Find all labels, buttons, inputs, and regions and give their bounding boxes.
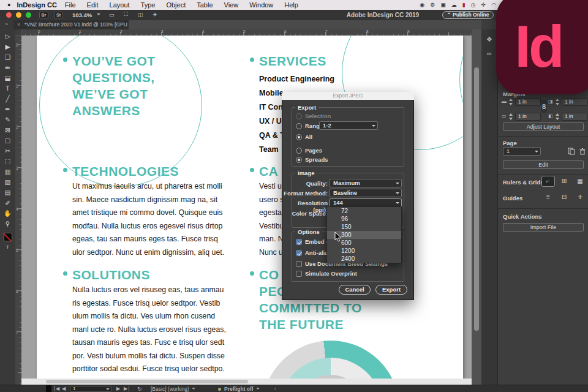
range-radio[interactable]: [296, 123, 302, 129]
margin-right-input[interactable]: 1 in: [562, 98, 587, 106]
battery-icon[interactable]: ▮: [462, 2, 466, 8]
add-page-icon[interactable]: [568, 148, 575, 155]
publish-online-button[interactable]: ⌃ Publish Online: [442, 11, 494, 19]
scissors-tool-icon[interactable]: ✂: [5, 146, 10, 156]
eyedropper-tool-icon[interactable]: ✐: [5, 198, 10, 208]
stepper-icon[interactable]: [508, 113, 513, 121]
menu-item[interactable]: View: [219, 1, 244, 9]
resolution-select[interactable]: 144: [330, 198, 402, 207]
delete-page-trash-icon[interactable]: [579, 148, 586, 155]
share-icon[interactable]: ✈: [153, 12, 157, 18]
note-tool-icon[interactable]: ▤: [5, 187, 11, 198]
horizontal-ruler[interactable]: 0123456789: [21, 29, 472, 36]
selection-radio[interactable]: [296, 113, 302, 119]
stepper-icon[interactable]: [555, 113, 560, 121]
close-tab-icon[interactable]: ×: [17, 20, 20, 29]
document-grid-icon[interactable]: ▦: [574, 176, 586, 186]
pencil-tool-icon[interactable]: ✎: [5, 115, 10, 125]
menu-item[interactable]: Layout: [104, 1, 135, 9]
preflight-profile-select[interactable]: [Basic] (working): [151, 386, 195, 392]
pen-tool-icon[interactable]: ✒: [5, 104, 10, 115]
first-page-button[interactable]: ◀: [54, 386, 59, 391]
arrange-documents-icon[interactable]: ◫: [138, 12, 143, 18]
margin-right-field[interactable]: ◨ 1 in: [548, 98, 588, 106]
simulate-overprint-checkbox[interactable]: [296, 271, 302, 277]
bridge-icon[interactable]: Br: [39, 12, 48, 18]
import-file-button[interactable]: Import File: [503, 223, 584, 232]
pages-radio[interactable]: [296, 148, 302, 154]
format-method-select[interactable]: Baseline: [330, 189, 402, 197]
stock-icon[interactable]: St: [54, 12, 63, 18]
dropdown-option[interactable]: 150: [327, 223, 401, 231]
baseline-grid-icon[interactable]: ⊞: [558, 176, 570, 186]
gradient-feather-tool-icon[interactable]: ▨: [5, 177, 11, 187]
cloud-icon[interactable]: ☁: [451, 2, 457, 8]
minimize-window-button[interactable]: [16, 12, 21, 18]
all-radio[interactable]: [296, 134, 302, 140]
dropdown-option[interactable]: 96: [327, 215, 401, 223]
next-page-button[interactable]: ▶: [116, 386, 120, 391]
vertical-scrollbar-thumb[interactable]: [474, 67, 479, 331]
ruler-origin-icon[interactable]: ⌐: [542, 176, 554, 186]
cc-libraries-icon[interactable]: ∞: [481, 50, 497, 57]
move-icon[interactable]: ✛: [481, 2, 486, 8]
last-page-button[interactable]: ▶: [124, 386, 129, 391]
margin-left-field[interactable]: ◧ 1 in: [548, 113, 588, 121]
clock-icon[interactable]: ◷: [471, 2, 476, 8]
vertical-ruler[interactable]: 01234567: [15, 36, 21, 385]
hand-tool-icon[interactable]: ✋: [4, 208, 12, 219]
free-transform-tool-icon[interactable]: ⬚: [5, 156, 11, 167]
frame-tool-icon[interactable]: ⊠: [5, 125, 10, 135]
range-select[interactable]: 1-2: [319, 121, 378, 130]
type-tool-icon[interactable]: T: [6, 83, 9, 94]
export-button[interactable]: Export: [375, 285, 407, 295]
selection-tool-icon[interactable]: ▷: [5, 31, 10, 42]
menu-item[interactable]: Object: [160, 1, 191, 9]
zoom-tool-icon[interactable]: ⚲: [6, 219, 10, 229]
margin-bottom-field[interactable]: ▭ 1 in: [502, 113, 542, 121]
content-collector-tool-icon[interactable]: ⬓: [5, 73, 11, 83]
fill-stroke-swatch[interactable]: [4, 233, 12, 241]
smart-guides-icon[interactable]: ✛: [574, 192, 586, 202]
embed-color-profile-checkbox[interactable]: [296, 239, 302, 245]
preflight-menu[interactable]: Preflight off: [224, 386, 260, 392]
zoom-level-control[interactable]: 103.4%: [72, 12, 100, 18]
lock-guides-icon[interactable]: ⊟: [558, 192, 570, 202]
page-tool-icon[interactable]: ❏: [5, 52, 10, 62]
menu-item[interactable]: Help: [279, 1, 304, 9]
dropdown-option[interactable]: 72: [327, 207, 401, 215]
scroll-left-icon[interactable]: ‹: [274, 386, 276, 391]
cancel-button[interactable]: Cancel: [339, 285, 371, 295]
menu-item[interactable]: File: [59, 1, 81, 9]
anti-alias-checkbox[interactable]: [296, 250, 302, 256]
wifi-icon[interactable]: ◠: [491, 2, 496, 8]
spreads-radio[interactable]: [296, 157, 302, 163]
margin-bottom-input[interactable]: 1 in: [515, 113, 541, 121]
margin-top-input[interactable]: 1 in: [515, 98, 541, 106]
direct-selection-tool-icon[interactable]: ▶: [5, 42, 10, 52]
properties-panel-icon[interactable]: ❖: [481, 36, 497, 43]
quality-select[interactable]: Maximum: [330, 179, 402, 187]
page-number-box[interactable]: 1: [70, 386, 111, 392]
previous-page-button[interactable]: ◀: [62, 386, 66, 391]
use-document-bleed-checkbox[interactable]: [296, 261, 302, 267]
menu-item[interactable]: Type: [135, 1, 161, 9]
margin-left-input[interactable]: 1 in: [562, 113, 587, 121]
gap-tool-icon[interactable]: ⇹: [5, 62, 10, 73]
dropdown-option[interactable]: 2400: [327, 255, 401, 263]
close-window-button[interactable]: [6, 12, 12, 18]
view-options-icon[interactable]: ▭: [109, 12, 115, 18]
page-number-select[interactable]: 1: [503, 147, 541, 156]
ruler-origin-box[interactable]: [15, 29, 21, 36]
menu-item[interactable]: Window: [244, 1, 279, 9]
menu-app-name[interactable]: InDesign CC: [17, 1, 56, 9]
gradient-tool-icon[interactable]: ▥: [5, 167, 11, 177]
edit-page-button[interactable]: Edit: [503, 160, 584, 169]
screen-mode-icon[interactable]: ⛶: [124, 11, 128, 18]
horizontal-scrollbar-thumb[interactable]: [46, 380, 248, 383]
vertical-scrollbar[interactable]: [472, 29, 481, 385]
link-margins-icon[interactable]: 8: [541, 100, 547, 113]
stepper-icon[interactable]: [555, 98, 560, 106]
horizontal-scrollbar[interactable]: [21, 379, 472, 385]
formatting-affects-text-icon[interactable]: T: [6, 244, 9, 250]
